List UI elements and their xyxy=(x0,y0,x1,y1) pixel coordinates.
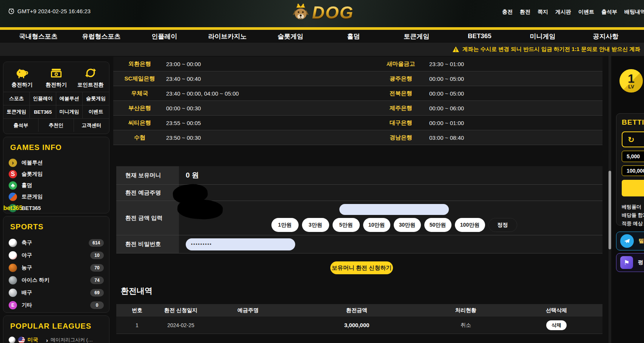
bank-name: 제주은행 xyxy=(373,105,429,112)
top-menu-item[interactable]: 환전 xyxy=(520,9,530,15)
nav-item[interactable]: 라이브카지노 xyxy=(196,32,259,41)
withdraw-button[interactable]: 환전하기 xyxy=(39,67,74,88)
bet-amount-preset-2[interactable]: 100,000 xyxy=(622,165,644,176)
top-menu-item[interactable]: 이벤트 xyxy=(578,9,594,15)
sport-item[interactable]: 야구 10 xyxy=(9,249,104,261)
bet-refresh-button[interactable]: ↻ xyxy=(622,131,644,147)
exchange-page: { "topbar": { "time": "GMT+9 2024-02-25 … xyxy=(0,0,644,343)
top-menu-item[interactable]: 출석부 xyxy=(601,9,617,15)
nav-item[interactable]: 공지사항 xyxy=(574,32,637,41)
sports-title: SPORTS xyxy=(3,216,109,235)
amount-preset-button[interactable]: 10만원 xyxy=(363,218,390,232)
bank-time: 23:00 ~ 00:00 xyxy=(166,61,373,67)
current-money-row: 현재 보유머니 0 원 xyxy=(116,166,602,185)
deposit-button[interactable]: 충전하기 xyxy=(5,67,39,88)
games-info-title: GAMES INFO xyxy=(3,137,109,156)
amount-input[interactable] xyxy=(339,204,449,215)
nav-item[interactable]: 미니게임 xyxy=(511,32,574,41)
nav-item[interactable]: 인플레이 xyxy=(133,32,196,41)
game-label: 슬롯게임 xyxy=(22,171,43,178)
telegram-link[interactable]: 텔 xyxy=(616,232,644,250)
games-info-item[interactable]: 토큰게임 xyxy=(9,191,104,202)
quick-menu-item[interactable]: 미니게임 xyxy=(56,105,83,119)
bet-slip-label: 배당들 합계 xyxy=(622,211,644,219)
bet-amount-preset-1[interactable]: 5,000 xyxy=(622,151,644,162)
top-menu-item[interactable]: 쪽지 xyxy=(538,9,548,15)
amount-preset-button[interactable]: 1만원 xyxy=(271,218,299,232)
nav-item[interactable]: 국내형스포츠 xyxy=(7,32,70,41)
password-label: 환전 비밀번호 xyxy=(116,235,179,253)
bank-time: 00:00 ~ 05:00 xyxy=(429,90,602,97)
quick-menu-item[interactable]: 이벤트 xyxy=(83,105,109,119)
bet-slip-title: BETTI xyxy=(622,118,644,127)
history-title: 환전내역 xyxy=(121,286,153,296)
scrollbar-thumb[interactable] xyxy=(609,171,611,249)
games-info-item[interactable]: › 에볼루션 xyxy=(9,157,104,168)
bank-time: 00:00 ~ 05:00 xyxy=(429,76,602,82)
nav-item[interactable]: 유럽형스포츠 xyxy=(70,32,133,41)
bet-submit-button[interactable] xyxy=(622,180,644,196)
quick-menu-item[interactable]: BET365 xyxy=(30,105,56,119)
clock-icon xyxy=(8,8,14,14)
site-logo[interactable]: DOG xyxy=(290,2,354,23)
notice-marquee: 계좌는 수시로 변경 되니 반드시 입금 하기전 1:1 문의로 안내 받으신 … xyxy=(452,43,640,56)
bank-hours-row: SC제일은행 23:40 ~ 00:40 광주은행 00:00 ~ 05:00 xyxy=(113,71,602,86)
nav-item[interactable]: 홀덤 xyxy=(322,32,385,41)
quick-menu-item[interactable]: 스포츠 xyxy=(3,92,30,105)
password-input[interactable]: ••••••••• xyxy=(186,238,295,250)
amount-preset-button[interactable]: 100만원 xyxy=(455,218,485,232)
quick-menu-item[interactable]: 슬롯게임 xyxy=(83,92,109,105)
nav-item[interactable]: BET365 xyxy=(448,32,511,40)
amount-preset-button[interactable]: 3만원 xyxy=(302,218,329,232)
exchange-form: 현재 보유머니 0 원 환전 예금주명 환전 금액 입력 1만원3만원5만원10… xyxy=(116,166,602,253)
bank-name: 씨티은행 xyxy=(113,119,166,127)
quick-menu-item[interactable]: 인플레이 xyxy=(30,92,56,105)
amount-preset-button[interactable]: 50만원 xyxy=(424,218,451,232)
level-number: 1 xyxy=(628,73,635,84)
amount-clear-button[interactable]: 정정 xyxy=(488,218,517,232)
popular-league-item[interactable]: 미국 › 메이저리그사커 (M… xyxy=(3,334,109,343)
quick-menu-item[interactable]: 추천인 xyxy=(39,119,74,132)
game-icon: bet365 xyxy=(9,204,17,212)
top-menu-item[interactable]: 게시판 xyxy=(555,9,571,15)
withdraw-submit-button[interactable]: 보유머니 환전 신청하기 xyxy=(330,261,393,274)
sport-item[interactable]: E 기타 0 xyxy=(9,299,104,311)
amount-preset-button[interactable]: 30만원 xyxy=(394,218,421,232)
usa-flag-icon xyxy=(18,337,25,343)
topbar: GMT+9 2024-02-25 16:46:23 DOG 충전 환전 쪽지 게… xyxy=(0,0,644,28)
games-info-item[interactable]: bet365 BET365 xyxy=(9,202,104,213)
bet-slip-label: 적중 예상 금 xyxy=(622,219,644,228)
bank-time: 23:50 ~ 00:30 xyxy=(166,134,373,141)
quick-menu-item[interactable]: 출석부 xyxy=(3,119,39,132)
deposit-label: 충전하기 xyxy=(11,82,32,88)
delete-button[interactable]: 삭제 xyxy=(546,320,567,330)
nav-item[interactable]: 토큰게임 xyxy=(385,32,448,41)
sport-item[interactable]: 배구 69 xyxy=(9,286,104,299)
scrollbar-track[interactable] xyxy=(609,56,611,343)
games-info-item[interactable]: ♣ 홀덤 xyxy=(9,180,104,191)
history-amount: 3,000,000 xyxy=(292,322,421,328)
sport-item[interactable]: 축구 614 xyxy=(9,236,104,249)
sport-item[interactable]: 아이스 하키 74 xyxy=(9,274,104,286)
sport-item[interactable]: 농구 70 xyxy=(9,261,104,274)
quick-menu-item[interactable]: 에볼루션 xyxy=(56,92,83,105)
quick-menu-item[interactable]: 고객센터 xyxy=(74,119,109,132)
sports-panel: SPORTS 축구 614 야구 10 xyxy=(3,216,109,313)
account-holder-value xyxy=(179,185,602,201)
history-header: 예금주명 xyxy=(204,307,292,314)
history-header: 선택삭제 xyxy=(510,307,602,314)
league-country: 미국 xyxy=(28,337,38,343)
top-menu-item[interactable]: 충전 xyxy=(502,9,513,15)
nav-item[interactable]: 슬롯게임 xyxy=(259,32,322,41)
top-menu-item[interactable]: 배팅내역 xyxy=(624,9,644,15)
amount-preset-button[interactable]: 5만원 xyxy=(333,218,360,232)
quick-menu-item[interactable]: 토큰게임 xyxy=(3,105,30,119)
point-transfer-button[interactable]: 포인트전환 xyxy=(73,67,108,88)
account-holder-label: 환전 예금주명 xyxy=(116,185,179,201)
games-info-item[interactable]: S 슬롯게임 xyxy=(9,168,104,180)
sport-ball-icon: E xyxy=(9,301,17,309)
refresh-icon: ↻ xyxy=(628,136,635,144)
sport-ball-icon xyxy=(9,264,17,272)
bookmark-link[interactable]: ⚑ 평 xyxy=(616,253,644,272)
sport-ball-icon xyxy=(9,289,17,297)
